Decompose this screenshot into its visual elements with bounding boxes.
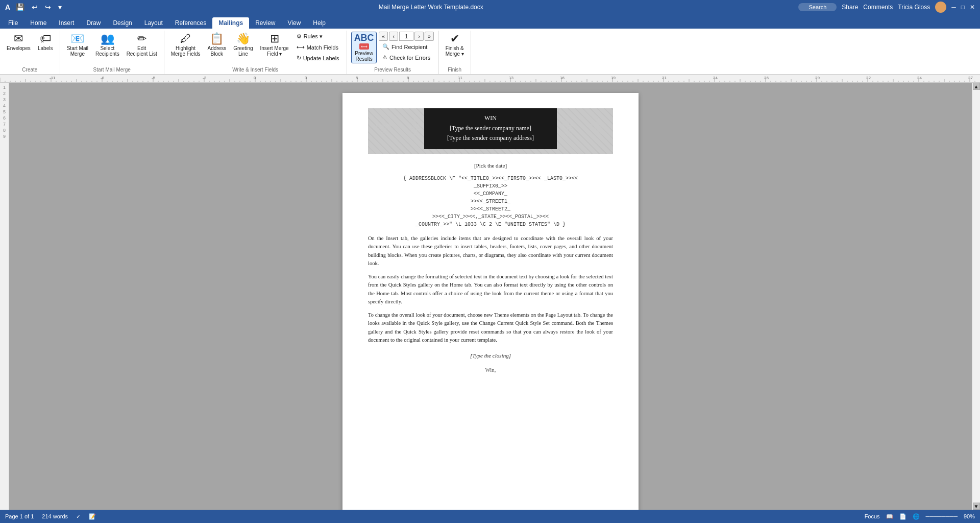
update-labels-icon: ↻ [297, 55, 301, 61]
vertical-scrollbar[interactable]: ▲ ▼ [972, 83, 980, 510]
match-fields-button[interactable]: ⟷ Match Fields [293, 42, 342, 52]
share-button[interactable]: Share [842, 4, 858, 11]
document-header-ornament: ⚜ WIN [Type the sender company name] [Ty… [368, 108, 613, 154]
highlight-merge-fields-button[interactable]: 🖊 Highlight Merge Fields [168, 32, 203, 58]
read-mode-icon[interactable]: 📖 [886, 513, 893, 520]
comments-button[interactable]: Comments [863, 4, 893, 11]
customize-qat-button[interactable]: ▾ [57, 3, 63, 11]
tab-mailings[interactable]: Mailings [212, 17, 249, 29]
address-block-label: Address Block [207, 45, 226, 57]
tab-review[interactable]: Review [249, 17, 281, 29]
select-recipients-label: Select Recipients [95, 45, 119, 57]
focus-button[interactable]: Focus [865, 513, 880, 519]
tab-insert[interactable]: Insert [53, 17, 80, 29]
zoom-slider[interactable]: ──────── [926, 513, 958, 519]
page-line-9: 9 [3, 134, 6, 139]
preview-results-button[interactable]: ABC ⟺ Preview Results [351, 32, 377, 63]
start-mail-merge-buttons: 📧 Start Mail Merge 👥 Select Recipients ✏… [64, 32, 160, 65]
tab-layout[interactable]: Layout [138, 17, 169, 29]
rules-label: Rules ▾ [304, 33, 323, 40]
search-box[interactable]: Search [798, 3, 837, 11]
tab-design[interactable]: Design [107, 17, 138, 29]
scroll-down-button[interactable]: ▼ [973, 503, 980, 510]
insert-merge-field-button[interactable]: ⊞ Insert Merge Field ▾ [258, 32, 291, 58]
first-record-button[interactable]: « [379, 32, 388, 41]
create-buttons: ✉ Envelopes 🏷 Labels [4, 32, 56, 65]
labels-icon: 🏷 [40, 33, 51, 44]
tab-references[interactable]: References [169, 17, 212, 29]
match-fields-icon: ⟷ [297, 44, 305, 51]
minimize-button[interactable]: ─ [951, 4, 956, 11]
document-page: ⚜ WIN [Type the sender company name] [Ty… [342, 93, 639, 510]
doc-company-placeholder: [Type the sender company name] [439, 124, 542, 133]
last-record-button[interactable]: » [425, 32, 434, 41]
word-count: 214 words [42, 513, 68, 519]
page-line-4: 4 [3, 103, 6, 108]
page-line-5: 5 [3, 109, 6, 114]
doc-addressblock: { ADDRESSBLOCK \F "<<_TITLE0_>><<_FIRST0… [368, 175, 613, 228]
finish-merge-button[interactable]: ✔ Finish & Merge ▾ [443, 32, 467, 58]
doc-date: [Pick the date] [368, 162, 613, 169]
next-record-button[interactable]: › [414, 32, 424, 41]
tab-view[interactable]: View [282, 17, 307, 29]
track-changes-icon[interactable]: 📝 [89, 513, 96, 520]
document-scroll: ⚜ WIN [Type the sender company name] [Ty… [9, 83, 972, 510]
preview-results-buttons: ABC ⟺ Preview Results « ‹ › » 🔍 Find Rec… [351, 32, 434, 65]
save-button[interactable]: 💾 [14, 3, 26, 11]
preview-results-group-label: Preview Results [374, 65, 411, 74]
web-layout-icon[interactable]: 🌐 [913, 513, 920, 520]
match-fields-label: Match Fields [307, 44, 338, 51]
greeting-line-button[interactable]: 👋 Greeting Line [231, 32, 255, 58]
tab-home[interactable]: Home [24, 17, 53, 29]
tab-file[interactable]: File [2, 17, 24, 29]
highlight-merge-fields-label: Highlight Merge Fields [171, 45, 201, 57]
titlebar-left: A 💾 ↩ ↪ ▾ [5, 3, 63, 11]
doc-footer-name: Win, [368, 367, 613, 373]
finish-group-label: Finish [448, 65, 461, 74]
find-recipient-button[interactable]: 🔍 Find Recipient [379, 42, 433, 52]
ribbon-group-start-mail-merge: 📧 Start Mail Merge 👥 Select Recipients ✏… [60, 31, 164, 74]
rules-button[interactable]: ⚙ Rules ▾ [293, 32, 342, 41]
record-number-input[interactable] [399, 32, 413, 41]
maximize-button[interactable]: □ [961, 4, 965, 11]
titlebar-right: Search Share Comments Tricia Gloss ─ □ ✕ [798, 2, 975, 13]
redo-button[interactable]: ↪ [43, 3, 53, 11]
start-mail-merge-icon: 📧 [70, 33, 84, 44]
check-for-errors-button[interactable]: ⚠ Check for Errors [379, 53, 433, 62]
write-insert-buttons: 🖊 Highlight Merge Fields 📋 Address Block… [168, 32, 342, 65]
tab-help[interactable]: Help [307, 17, 332, 29]
abc-icon: ABC [354, 33, 374, 42]
start-mail-merge-label: Start Mail Merge [67, 45, 88, 57]
avatar [935, 2, 946, 13]
finish-buttons: ✔ Finish & Merge ▾ [443, 32, 467, 65]
small-write-buttons: ⚙ Rules ▾ ⟷ Match Fields ↻ Update Labels [293, 32, 342, 63]
address-block-button[interactable]: 📋 Address Block [205, 32, 229, 58]
page-line-6: 6 [3, 115, 6, 121]
doc-body-p2: You can easily change the formatting of … [368, 273, 613, 306]
finish-merge-icon: ✔ [450, 33, 459, 44]
insert-merge-field-label: Insert Merge Field ▾ [260, 45, 289, 57]
doc-closing: [Type the closing] [368, 352, 613, 359]
print-layout-icon[interactable]: 📄 [899, 513, 906, 520]
doc-title-win: WIN [439, 113, 542, 123]
start-mail-merge-button[interactable]: 📧 Start Mail Merge [64, 32, 91, 58]
finish-merge-label: Finish & Merge ▾ [446, 45, 464, 57]
proofing-icon[interactable]: ✓ [76, 513, 81, 520]
labels-button[interactable]: 🏷 Labels [35, 32, 56, 53]
ribbon-group-create: ✉ Envelopes 🏷 Labels Create [0, 31, 60, 74]
undo-button[interactable]: ↩ [30, 3, 39, 11]
select-recipients-button[interactable]: 👥 Select Recipients [93, 32, 122, 58]
edit-recipient-list-button[interactable]: ✏ Edit Recipient List [124, 32, 160, 58]
doc-address-placeholder: [Type the sender company address] [439, 133, 542, 143]
app-logo: A [5, 3, 10, 11]
envelopes-button[interactable]: ✉ Envelopes [4, 32, 33, 53]
prev-record-button[interactable]: ‹ [389, 32, 398, 41]
create-group-label: Create [22, 65, 37, 74]
labels-label: Labels [38, 45, 53, 51]
update-labels-button[interactable]: ↻ Update Labels [293, 53, 342, 63]
tab-draw[interactable]: Draw [80, 17, 107, 29]
highlight-merge-fields-icon: 🖊 [180, 33, 191, 44]
scroll-up-button[interactable]: ▲ [973, 83, 980, 90]
page-line-7: 7 [3, 122, 6, 127]
close-button[interactable]: ✕ [970, 4, 975, 11]
